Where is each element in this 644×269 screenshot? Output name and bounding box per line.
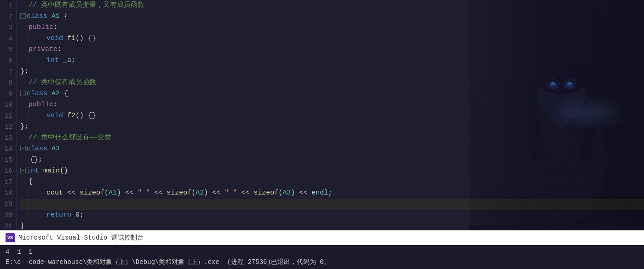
line-num-17: 17 xyxy=(2,177,12,188)
code-line-12: }; xyxy=(20,121,644,132)
collapse-icon-a2[interactable]: - xyxy=(20,91,26,96)
line-num-6: 6 xyxy=(2,55,12,66)
indent-bar-18 xyxy=(29,189,29,197)
debug-title-bar: VS Microsoft Visual Studio 调试控制台 xyxy=(0,230,644,245)
code-line-10: public : xyxy=(20,99,644,110)
line-num-7: 7 xyxy=(2,66,12,77)
code-lines: // 类中既有成员变量，又有成员函数 - class A1 { public : xyxy=(17,0,644,230)
indent-bar-15 xyxy=(29,156,29,164)
debug-console-title: Microsoft Visual Studio 调试控制台 xyxy=(18,234,144,242)
indent-bar-19 xyxy=(29,200,29,208)
code-line-4: void f1 () {} xyxy=(20,33,644,44)
line-num-21: 21 xyxy=(2,221,12,230)
line-num-20: 20 xyxy=(2,210,12,221)
line-num-11: 11 xyxy=(2,110,12,121)
comment-3: // 类中什么都没有——空类 xyxy=(29,132,111,143)
debug-console-panel: VS Microsoft Visual Studio 调试控制台 4 1 1 E… xyxy=(0,230,644,269)
code-line-20: return 0; xyxy=(20,210,644,221)
code-line-19 xyxy=(20,199,644,210)
line-num-15: 15 xyxy=(2,155,12,166)
line-num-19: 19 xyxy=(2,199,12,210)
code-line-15: {}; xyxy=(20,155,644,166)
vs-icon: VS xyxy=(6,233,15,242)
line-num-3: 3 xyxy=(2,22,12,33)
indent-bar-6 xyxy=(29,57,29,64)
indent-bar-20 xyxy=(29,212,29,219)
line-numbers: 1 2 3 4 5 6 7 8 9 10 11 12 13 14 15 16 1… xyxy=(0,0,17,230)
line-num-2: 2 xyxy=(2,11,12,22)
code-editor: 1 2 3 4 5 6 7 8 9 10 11 12 13 14 15 16 1… xyxy=(0,0,644,230)
line-num-13: 13 xyxy=(2,132,12,143)
editor-container: 1 2 3 4 5 6 7 8 9 10 11 12 13 14 15 16 1… xyxy=(0,0,644,269)
code-line-18: cout << sizeof ( A1 ) << " " << sizeof (… xyxy=(20,188,644,199)
code-line-13: // 类中什么都没有——空类 xyxy=(20,132,644,143)
code-line-14: - class A3 xyxy=(20,143,644,155)
line-num-1: 1 xyxy=(2,0,12,11)
code-line-11: void f2 () {} xyxy=(20,110,644,121)
collapse-icon-a3[interactable]: - xyxy=(20,146,26,151)
line-num-14: 14 xyxy=(2,143,12,155)
code-line-8: // 类中仅有成员函数 xyxy=(20,77,644,88)
output-line-1: 4 1 1 xyxy=(6,247,638,257)
comment-2: // 类中仅有成员函数 xyxy=(29,77,96,88)
output-line-2: E:\c--code-warehouse\类和对象（上）\Debug\类和对象（… xyxy=(6,257,638,267)
code-line-6: int _a ; xyxy=(20,55,644,66)
code-line-17: { xyxy=(20,177,644,188)
indent-bar-4 xyxy=(29,35,29,42)
indent-bar-11 xyxy=(29,112,29,120)
code-line-7: }; xyxy=(20,66,644,77)
line-num-8: 8 xyxy=(2,77,12,88)
comment-1: // 类中既有成员变量，又有成员函数 xyxy=(29,0,144,11)
code-line-2: - class A1 { xyxy=(20,11,644,22)
collapse-icon-main[interactable]: - xyxy=(20,168,26,173)
line-num-9: 9 xyxy=(2,88,12,99)
collapse-icon-a1[interactable]: - xyxy=(20,13,26,19)
code-line-1: // 类中既有成员变量，又有成员函数 xyxy=(20,0,644,11)
line-num-5: 5 xyxy=(2,44,12,55)
code-line-5: private : xyxy=(20,44,644,55)
code-line-16: - int main () xyxy=(20,166,644,177)
line-num-12: 12 xyxy=(2,121,12,132)
debug-output-area: 4 1 1 E:\c--code-warehouse\类和对象（上）\Debug… xyxy=(0,245,644,269)
code-line-9: - class A2 { xyxy=(20,88,644,99)
line-num-16: 16 xyxy=(2,166,12,177)
code-line-3: public : xyxy=(20,22,644,33)
line-num-10: 10 xyxy=(2,99,12,110)
line-num-18: 18 xyxy=(2,188,12,199)
line-num-4: 4 xyxy=(2,33,12,44)
code-line-21: } xyxy=(20,221,644,230)
